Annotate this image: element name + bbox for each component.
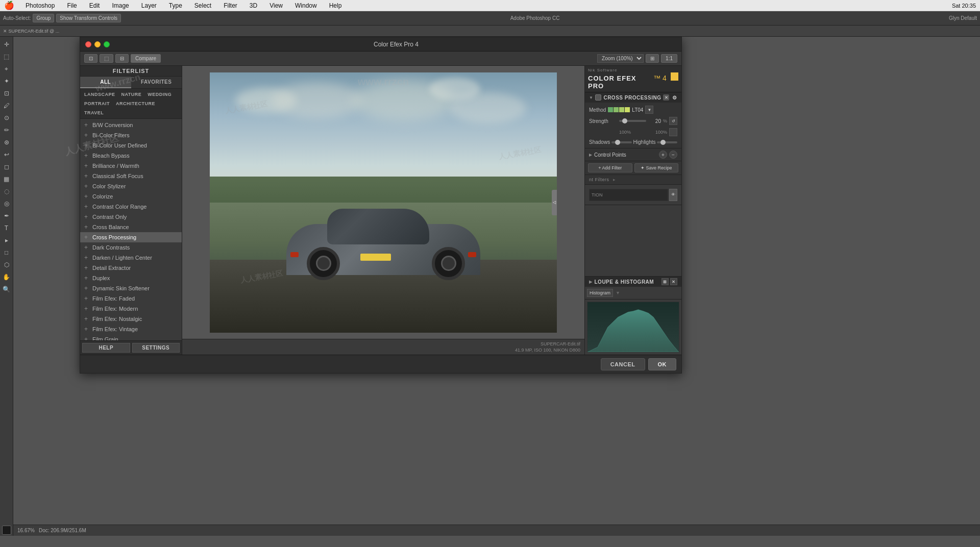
move-tool[interactable]: ✛	[1, 39, 12, 50]
history-brush-tool[interactable]: ↩	[1, 149, 12, 160]
help-button[interactable]: HELP	[82, 343, 130, 353]
zoom-tool[interactable]: 🔍	[1, 284, 12, 295]
highlights-slider[interactable]	[657, 141, 677, 143]
right-reset-btn[interactable]	[669, 128, 677, 136]
view-btn-2[interactable]: ⬚	[100, 54, 113, 63]
strength-slider[interactable]	[619, 120, 646, 122]
cancel-button[interactable]: CANCEL	[601, 358, 645, 370]
zoom-select[interactable]: Zoom (100%) 50% 200%	[597, 54, 644, 63]
filter-darken-lighten-center[interactable]: +Darken / Lighten Center	[80, 253, 182, 263]
menu-file[interactable]: File	[64, 2, 80, 9]
ok-button[interactable]: OK	[648, 358, 677, 370]
filter-brilliance-warmth[interactable]: +Brilliance / Warmth	[80, 161, 182, 171]
tab-all[interactable]: ALL	[80, 77, 131, 88]
filter-duplex[interactable]: +Duplex	[80, 273, 182, 283]
pen-tool[interactable]: ✒	[1, 210, 12, 221]
compare-btn[interactable]: Compare	[131, 54, 161, 63]
clone-stamp-tool[interactable]: ⊛	[1, 137, 12, 148]
crop-tool[interactable]: ⊡	[1, 88, 12, 99]
loupe-btn-1[interactable]: ⊞	[662, 278, 669, 285]
type-tool[interactable]: T	[1, 222, 12, 234]
show-transform-btn[interactable]: Show Transform Controls	[56, 14, 121, 22]
filter-settings-icon[interactable]: ⚙	[672, 95, 677, 101]
menu-window[interactable]: Window	[292, 2, 320, 9]
method-dropdown-btn[interactable]: ▼	[645, 106, 653, 114]
filter-contrast-color-range[interactable]: +Contrast Color Range	[80, 202, 182, 212]
filter-color-stylizer[interactable]: +Color Stylizer	[80, 181, 182, 191]
cat-nature[interactable]: NATURE	[119, 90, 144, 98]
view-btn-3[interactable]: ⊟	[115, 54, 129, 63]
filter-cross-processing[interactable]: +Cross Processing	[80, 232, 182, 242]
highlights-thumb[interactable]	[660, 140, 666, 145]
cat-travel[interactable]: TRAVEL	[82, 109, 106, 117]
menu-type[interactable]: Type	[166, 2, 185, 9]
filter-detail-extractor[interactable]: +Detail Extractor	[80, 263, 182, 273]
filter-bicolor-user-defined[interactable]: +Bi-Color User Defined	[80, 140, 182, 151]
cp-add-btn[interactable]: +	[659, 151, 667, 159]
path-select-tool[interactable]: ▸	[1, 235, 12, 246]
apple-menu[interactable]: 🍎	[4, 1, 14, 10]
dodge-tool[interactable]: ◎	[1, 198, 12, 209]
add-filter-btn[interactable]: + Add Filter	[588, 163, 632, 172]
cat-landscape[interactable]: LANDSCAPE	[82, 90, 118, 98]
filter-dynamic-skin-softener[interactable]: +Dynamic Skin Softener	[80, 283, 182, 293]
menu-edit[interactable]: Edit	[86, 2, 103, 9]
eraser-tool[interactable]: ◻	[1, 161, 12, 172]
filter-film-efex-nostalgic[interactable]: +Film Efex: Nostalgic	[80, 314, 182, 324]
spot-heal-tool[interactable]: ⊙	[1, 112, 12, 123]
hand-tool[interactable]: ✋	[1, 271, 12, 283]
lasso-tool[interactable]: ⌖	[1, 63, 12, 74]
menu-view[interactable]: View	[266, 2, 286, 9]
filter-bleach-bypass[interactable]: +Bleach Bypass	[80, 151, 182, 161]
cat-wedding[interactable]: WEDDING	[145, 90, 174, 98]
menu-help[interactable]: Help	[326, 2, 345, 9]
auto-select-dropdown[interactable]: Group	[33, 14, 54, 22]
recipe-input-area[interactable]: TION	[589, 189, 668, 201]
cat-architecture[interactable]: ARCHITECTURE	[113, 100, 158, 108]
selection-tool[interactable]: ⬚	[1, 51, 12, 62]
tab-favorites[interactable]: FAVORITES	[131, 77, 182, 88]
foreground-color[interactable]	[2, 526, 11, 535]
filter-classical-soft-focus[interactable]: +Classical Soft Focus	[80, 171, 182, 181]
maximize-button[interactable]	[104, 41, 110, 47]
filter-bicolor-filters[interactable]: +Bi-Color Filters	[80, 130, 182, 140]
settings-button[interactable]: SETTINGS	[132, 343, 180, 353]
filter-dark-contrasts[interactable]: +Dark Contrasts	[80, 242, 182, 253]
filter-film-grain[interactable]: +Film Grain	[80, 334, 182, 340]
actual-size-btn[interactable]: 1:1	[661, 54, 677, 63]
filter-bw-conversion[interactable]: +B/W Conversion	[80, 120, 182, 130]
filter-contrast-only[interactable]: +Contrast Only	[80, 212, 182, 222]
blur-tool[interactable]: ◌	[1, 186, 12, 197]
3d-tool[interactable]: ⬡	[1, 259, 12, 270]
expand-handle[interactable]: ◁	[552, 190, 557, 215]
magic-wand-tool[interactable]: ✦	[1, 76, 12, 87]
cat-portrait[interactable]: PORTRAIT	[82, 100, 112, 108]
eyedropper-tool[interactable]: 🖊	[1, 100, 12, 111]
filter-film-efex-vintage[interactable]: +Film Efex: Vintage	[80, 324, 182, 334]
view-btn-1[interactable]: ⊡	[84, 54, 97, 63]
close-button[interactable]	[85, 41, 91, 47]
filter-cross-balance[interactable]: +Cross Balance	[80, 222, 182, 232]
menu-filter[interactable]: Filter	[220, 2, 240, 9]
strength-reset-btn[interactable]: ↺	[669, 117, 677, 125]
shadows-thumb[interactable]	[615, 140, 620, 145]
loupe-btn-2[interactable]: ✕	[670, 278, 677, 285]
menu-select[interactable]: Select	[191, 2, 214, 9]
histogram-type-select[interactable]: Histogram	[587, 289, 613, 297]
cp-remove-btn[interactable]: −	[669, 151, 677, 159]
brush-tool[interactable]: ✏	[1, 125, 12, 136]
recipe-visible-btn[interactable]: 👁	[669, 189, 677, 201]
method-swatch[interactable]	[608, 107, 630, 112]
shape-tool[interactable]: □	[1, 247, 12, 258]
applied-filters-expand[interactable]: ▸	[613, 177, 616, 182]
menu-image[interactable]: Image	[109, 2, 132, 9]
filter-film-efex-modern[interactable]: +Film Efex: Modern	[80, 304, 182, 314]
menu-3d[interactable]: 3D	[247, 2, 260, 9]
shadows-slider[interactable]	[611, 141, 632, 143]
menu-photoshop[interactable]: Photoshop	[22, 2, 58, 9]
filter-close-btn[interactable]: ✕	[663, 94, 669, 101]
document-tab[interactable]: ✕ SUPERCAR-Edit.tif @ ...	[3, 29, 59, 34]
minimize-button[interactable]	[94, 41, 101, 47]
gradient-tool[interactable]: ▦	[1, 173, 12, 185]
filter-film-efex-faded[interactable]: +Film Efex: Faded	[80, 293, 182, 304]
